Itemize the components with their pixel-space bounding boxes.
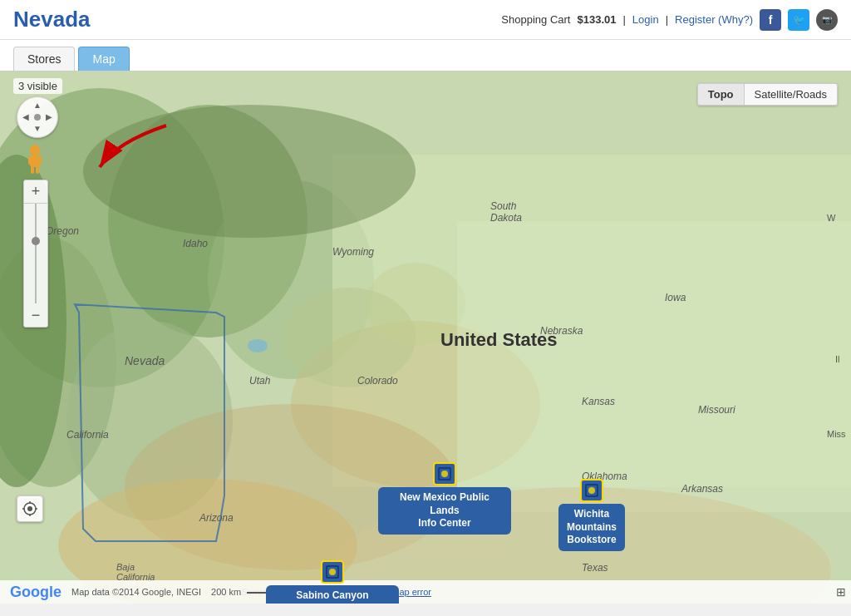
tabs-row: Stores Map xyxy=(0,40,851,71)
map-type-buttons: Topo Satellite/Roads xyxy=(697,83,838,106)
svg-point-32 xyxy=(441,471,448,477)
label-il-abbrev: Il xyxy=(835,354,840,364)
facebook-icon[interactable]: f xyxy=(760,9,781,31)
nav-down-arrow[interactable]: ▼ xyxy=(33,125,42,133)
label-w-abbrev: W xyxy=(827,213,835,223)
map-copyright: Map data ©2014 Google, INEGI xyxy=(71,587,201,597)
store-icon-sabino xyxy=(321,560,344,584)
cart-amount: $133.01 xyxy=(577,13,616,26)
label-south-dakota: SouthDakota xyxy=(490,200,522,224)
store-marker-new-mexico[interactable]: New Mexico Public LandsInfo Center xyxy=(378,462,511,535)
label-texas: Texas xyxy=(582,562,608,574)
pegman-icon[interactable] xyxy=(23,145,48,175)
shopping-cart-label: Shopping Cart xyxy=(501,13,570,26)
label-arkansas: Arkansas xyxy=(681,483,723,495)
store-icon-new-mexico xyxy=(433,462,456,485)
store-label-wichita: WichitaMountainsBookstore xyxy=(558,504,625,551)
label-baja: BajaCalifornia xyxy=(116,562,155,582)
store-label-sabino: Sabino Canyon Bookstore xyxy=(266,585,399,604)
label-iowa: Iowa xyxy=(665,292,686,303)
zoom-slider-track xyxy=(24,204,47,303)
map-container[interactable]: Oregon Idaho Wyoming SouthDakota Iowa Ne… xyxy=(0,71,851,604)
visible-count: 3 visible xyxy=(13,78,62,94)
header-right: Shopping Cart $133.01 | Login | Register… xyxy=(501,9,838,31)
header: Nevada Shopping Cart $133.01 | Login | R… xyxy=(0,0,851,40)
label-missouri: Missouri xyxy=(698,404,735,416)
svg-point-38 xyxy=(329,569,336,575)
svg-point-17 xyxy=(30,145,40,156)
register-link[interactable]: Register (Why?) xyxy=(675,13,753,26)
zoom-out-button[interactable]: − xyxy=(24,303,47,327)
label-united-states: United States xyxy=(440,329,558,351)
label-kansas: Kansas xyxy=(582,396,615,407)
svg-point-24 xyxy=(27,506,32,511)
label-miss-abbrev: Miss xyxy=(827,429,846,439)
store-icon-wichita xyxy=(580,479,603,502)
nav-right-arrow[interactable]: ▶ xyxy=(46,113,52,121)
google-logo: Google xyxy=(10,584,61,601)
label-california: California xyxy=(66,429,109,441)
nav-up-arrow[interactable]: ▲ xyxy=(33,101,42,110)
label-nevada: Nevada xyxy=(125,354,165,367)
label-colorado: Colorado xyxy=(357,375,398,387)
svg-rect-21 xyxy=(31,166,34,174)
label-wyoming: Wyoming xyxy=(332,246,374,258)
zoom-controls: + − xyxy=(23,180,48,328)
store-marker-wichita[interactable]: WichitaMountainsBookstore xyxy=(558,479,625,551)
label-utah: Utah xyxy=(249,375,270,387)
zoom-in-button[interactable]: + xyxy=(24,180,47,204)
label-oregon: Oregon xyxy=(46,225,79,237)
page-title: Nevada xyxy=(13,7,91,32)
svg-point-35 xyxy=(588,487,595,494)
svg-rect-14 xyxy=(457,221,851,512)
svg-rect-22 xyxy=(36,166,39,174)
login-link[interactable]: Login xyxy=(632,13,659,26)
nav-circle[interactable]: ▲ ◀ ▶ ▼ xyxy=(17,96,58,138)
label-arizona: Arizona xyxy=(199,512,234,524)
satellite-roads-button[interactable]: Satellite/Roads xyxy=(745,84,837,105)
map-expand-button[interactable]: ⊞ xyxy=(836,585,846,599)
map-nav-control: ▲ ◀ ▶ ▼ xyxy=(17,96,58,138)
svg-point-10 xyxy=(83,105,416,238)
my-location-button[interactable] xyxy=(17,495,43,522)
twitter-icon[interactable]: 🐦 xyxy=(788,9,809,31)
googleplus-icon[interactable]: 📷 xyxy=(816,9,838,31)
store-label-new-mexico: New Mexico Public LandsInfo Center xyxy=(378,487,511,535)
zoom-thumb[interactable] xyxy=(32,237,40,245)
svg-rect-19 xyxy=(28,156,32,165)
map-footer: Google Map data ©2014 Google, INEGI 200 … xyxy=(0,580,851,604)
tab-stores[interactable]: Stores xyxy=(13,47,75,71)
header-separator2: | xyxy=(666,13,668,26)
nav-left-arrow[interactable]: ◀ xyxy=(22,113,29,121)
label-idaho: Idaho xyxy=(183,238,208,249)
store-marker-sabino[interactable]: Sabino Canyon Bookstore xyxy=(266,560,399,604)
tab-map[interactable]: Map xyxy=(78,47,129,71)
header-separator: | xyxy=(622,13,625,26)
svg-point-11 xyxy=(248,339,268,352)
topo-button[interactable]: Topo xyxy=(698,84,745,105)
svg-rect-20 xyxy=(37,156,42,165)
